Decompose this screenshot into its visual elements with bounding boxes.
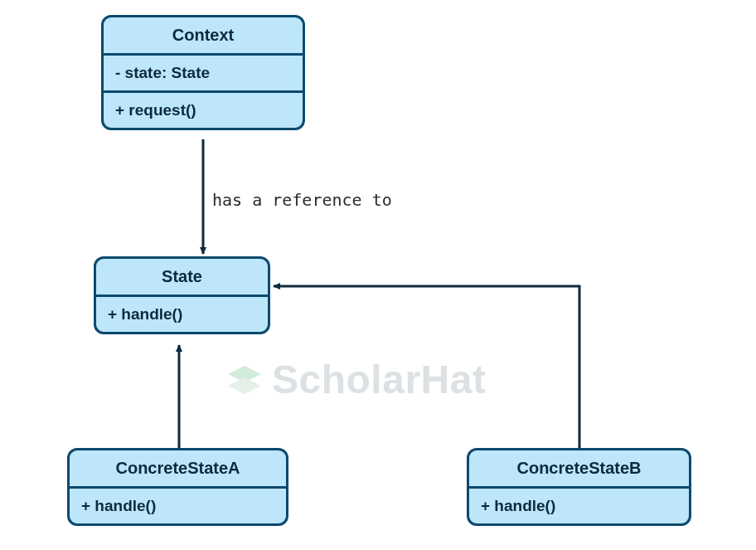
uml-class-method: + handle() (96, 294, 268, 332)
watermark-logo: ScholarHat (224, 357, 486, 402)
watermark-text: ScholarHat (272, 357, 486, 402)
uml-class-method: + handle() (469, 486, 689, 523)
scholarhat-icon (224, 359, 265, 401)
uml-class-method: + request() (104, 90, 303, 128)
uml-class-title: ConcreteStateA (70, 450, 286, 486)
uml-class-title: ConcreteStateB (469, 450, 689, 486)
uml-class-state: State + handle() (94, 256, 270, 334)
uml-class-method: + handle() (70, 486, 286, 523)
uml-class-title: State (96, 259, 268, 294)
uml-class-title: Context (104, 17, 303, 53)
uml-class-attribute: - state: State (104, 53, 303, 90)
uml-class-concrete-state-a: ConcreteStateA + handle() (67, 448, 288, 526)
svg-marker-1 (228, 377, 261, 394)
svg-marker-0 (228, 366, 261, 382)
edge-label-has-reference: has a reference to (212, 190, 392, 210)
uml-class-context: Context - state: State + request() (101, 15, 305, 130)
uml-class-concrete-state-b: ConcreteStateB + handle() (467, 448, 691, 526)
